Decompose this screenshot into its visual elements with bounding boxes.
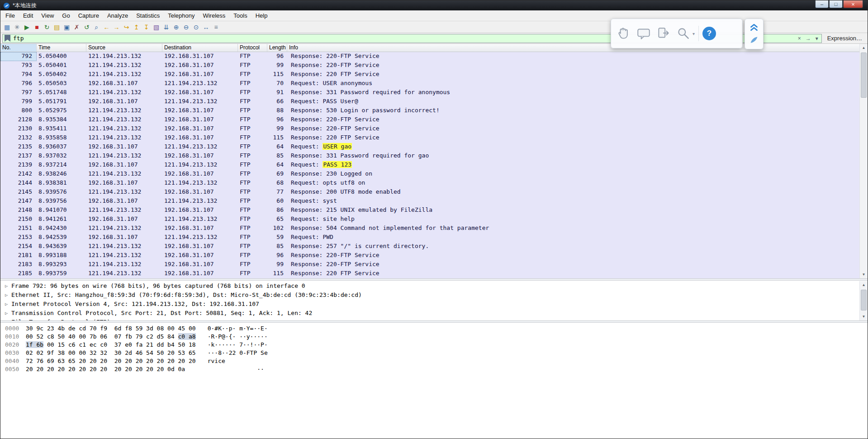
go-last-packet-icon[interactable]: ↧: [142, 22, 151, 32]
detail-row[interactable]: ▷ Internet Protocol Version 4, Src: 121.…: [0, 299, 868, 308]
packet-row[interactable]: 2153 8.942539 192.168.31.107 121.194.213…: [0, 233, 868, 242]
packet-row[interactable]: 793 5.050401 121.194.213.132 192.168.31.…: [0, 61, 868, 70]
col-info[interactable]: Info: [287, 44, 868, 52]
packet-row[interactable]: 2135 8.936037 192.168.31.107 121.194.213…: [0, 143, 868, 152]
colorize-icon[interactable]: ▧: [152, 22, 161, 32]
menu-statistics[interactable]: Statistics: [132, 10, 164, 21]
scroll-down-icon[interactable]: ▼: [860, 313, 868, 320]
packet-row[interactable]: 2144 8.938381 192.168.31.107 121.194.213…: [0, 179, 868, 188]
zoom-100-icon[interactable]: ⊙: [191, 22, 201, 32]
col-no[interactable]: No.: [0, 44, 37, 52]
packet-list-scrollbar[interactable]: ▲ ▼: [859, 44, 868, 278]
hex-row[interactable]: 00201f 6b 00 15 c6 c1 ec c0 37 e0 fa 21 …: [5, 341, 868, 349]
filter-dropdown-icon[interactable]: ▾: [814, 35, 820, 42]
packet-row[interactable]: 799 5.051791 192.168.31.107 121.194.213.…: [0, 97, 868, 106]
menu-file[interactable]: File: [1, 10, 19, 21]
menu-wireless[interactable]: Wireless: [199, 10, 229, 21]
packet-row[interactable]: 792 5.050400 121.194.213.132 192.168.31.…: [0, 52, 868, 61]
filter-bookmark-icon[interactable]: [5, 35, 10, 42]
expander-icon[interactable]: ▷: [3, 301, 9, 306]
maximize-button[interactable]: □: [829, 0, 843, 8]
find-packet-icon[interactable]: ⌕: [92, 22, 101, 32]
tool-dropdown-icon[interactable]: ▾: [693, 31, 695, 36]
col-source[interactable]: Source: [86, 44, 162, 52]
detail-row[interactable]: ▷ Frame 792: 96 bytes on wire (768 bits)…: [0, 281, 868, 290]
hex-row[interactable]: 003002 02 9f 38 00 00 32 32 30 2d 46 54 …: [5, 349, 868, 357]
open-file-icon[interactable]: ▤: [52, 22, 62, 32]
expander-icon[interactable]: ▷: [3, 283, 9, 288]
packet-row[interactable]: 2151 8.942430 121.194.213.132 192.168.31…: [0, 224, 868, 233]
packet-row[interactable]: 2142 8.938246 121.194.213.132 192.168.31…: [0, 170, 868, 179]
zoom-in-icon[interactable]: ⊕: [171, 22, 181, 32]
menu-go[interactable]: Go: [58, 10, 74, 21]
packet-row[interactable]: 2130 8.935411 121.194.213.132 192.168.31…: [0, 124, 868, 134]
help-icon[interactable]: ?: [702, 27, 716, 40]
packet-row[interactable]: 2147 8.939756 192.168.31.107 121.194.213…: [0, 197, 868, 206]
packet-row[interactable]: 2132 8.935858 121.194.213.132 192.168.31…: [0, 134, 868, 143]
detail-row[interactable]: ▷ File Transfer Protocol (FTP): [0, 317, 868, 320]
expander-icon[interactable]: ▷: [3, 320, 9, 321]
packet-row[interactable]: 2137 8.937032 121.194.213.132 192.168.31…: [0, 152, 868, 161]
details-scrollbar[interactable]: ▲ ▼: [859, 281, 868, 320]
col-time[interactable]: Time: [37, 44, 86, 52]
hand-tool-icon[interactable]: [616, 25, 632, 42]
autoscroll-icon[interactable]: ⇊: [161, 22, 171, 32]
reload-file-icon[interactable]: ↺: [82, 22, 91, 32]
col-protocol[interactable]: Protocol: [238, 44, 267, 52]
expression-button[interactable]: Expression…: [825, 35, 865, 42]
menu-analyze[interactable]: Analyze: [103, 10, 132, 21]
start-capture-icon[interactable]: ▶: [22, 22, 32, 32]
scrollbar-thumb[interactable]: [861, 52, 867, 98]
expander-icon[interactable]: ▷: [3, 310, 9, 315]
comment-tool-icon[interactable]: [636, 25, 652, 42]
go-back-icon[interactable]: ←: [102, 22, 111, 32]
col-length[interactable]: Length: [267, 44, 287, 52]
close-button[interactable]: ×: [843, 0, 863, 8]
clear-filter-icon[interactable]: ×: [797, 35, 802, 42]
go-to-packet-icon[interactable]: ↪: [122, 22, 131, 32]
packet-row[interactable]: 2154 8.943639 121.194.213.132 192.168.31…: [0, 242, 868, 251]
scroll-up-icon[interactable]: ▲: [860, 44, 868, 52]
menu-capture[interactable]: Capture: [74, 10, 103, 21]
scrollbar-thumb[interactable]: [861, 290, 867, 310]
packet-row[interactable]: 2181 8.993188 121.194.213.132 192.168.31…: [0, 251, 868, 260]
hex-row[interactable]: 005020 20 20 20 20 20 20 20 20 20 20 20 …: [5, 365, 868, 373]
apply-filter-icon[interactable]: →: [804, 35, 812, 42]
scroll-down-icon[interactable]: ▼: [860, 271, 868, 278]
close-file-icon[interactable]: ✗: [72, 22, 81, 32]
packet-row[interactable]: 2185 8.993759 121.194.213.132 192.168.31…: [0, 269, 868, 278]
restart-capture-icon[interactable]: ↻: [42, 22, 52, 32]
col-destination[interactable]: Destination: [162, 44, 238, 52]
go-first-packet-icon[interactable]: ↥: [132, 22, 141, 32]
pin-tool-icon[interactable]: [748, 34, 760, 48]
resize-columns-icon[interactable]: ↔: [201, 22, 211, 32]
packet-row[interactable]: 2145 8.939576 121.194.213.132 192.168.31…: [0, 188, 868, 197]
packet-row[interactable]: 794 5.050402 121.194.213.132 192.168.31.…: [0, 70, 868, 79]
packet-row[interactable]: 2150 8.941261 192.168.31.107 121.194.213…: [0, 215, 868, 224]
packet-row[interactable]: 796 5.050503 192.168.31.107 121.194.213.…: [0, 79, 868, 88]
hex-row[interactable]: 004072 76 69 63 65 20 20 20 20 20 20 20 …: [5, 357, 868, 365]
save-file-icon[interactable]: ▣: [62, 22, 71, 32]
menu-view[interactable]: View: [37, 10, 58, 21]
menu-edit[interactable]: Edit: [19, 10, 37, 21]
list-interfaces-icon[interactable]: ▦: [2, 22, 12, 32]
hex-row[interactable]: 000030 9c 23 4b de cd 70 f9 6d f8 59 3d …: [5, 324, 868, 333]
display-filters-icon[interactable]: ≡: [211, 22, 221, 32]
expander-icon[interactable]: ▷: [3, 292, 9, 297]
menu-tools[interactable]: Tools: [229, 10, 251, 21]
stop-capture-icon[interactable]: ■: [32, 22, 42, 32]
packet-row[interactable]: 2139 8.937214 192.168.31.107 121.194.213…: [0, 161, 868, 170]
minimize-button[interactable]: –: [815, 0, 829, 8]
scroll-up-icon[interactable]: ▲: [860, 281, 868, 289]
export-tool-icon[interactable]: [655, 25, 672, 42]
packet-row[interactable]: 800 5.052975 121.194.213.132 192.168.31.…: [0, 106, 868, 115]
hex-row[interactable]: 001000 52 c8 50 40 00 7b 06 07 fb 79 c2 …: [5, 333, 868, 341]
packet-row[interactable]: 2128 8.935384 121.194.213.132 192.168.31…: [0, 115, 868, 124]
packet-row[interactable]: 797 5.051748 121.194.213.132 192.168.31.…: [0, 88, 868, 97]
capture-search-tool-icon[interactable]: [675, 25, 692, 42]
menu-help[interactable]: Help: [251, 10, 272, 21]
detail-row[interactable]: ▷ Ethernet II, Src: Hangzhou_f8:59:3d (7…: [0, 290, 868, 299]
packet-row[interactable]: 2183 8.993293 121.194.213.132 192.168.31…: [0, 260, 868, 269]
go-forward-icon[interactable]: →: [112, 22, 121, 32]
zoom-out-icon[interactable]: ⊖: [181, 22, 191, 32]
